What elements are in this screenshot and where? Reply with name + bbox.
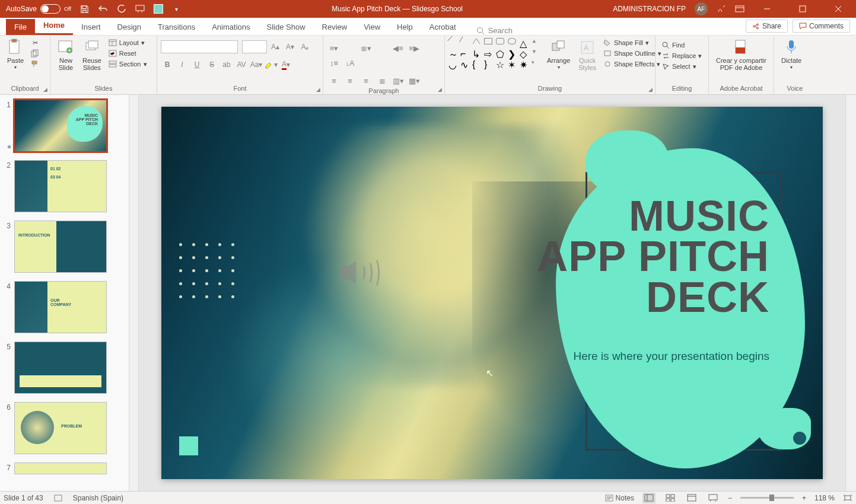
decrease-indent-button[interactable]: ◀≡: [391, 42, 405, 55]
format-painter-button[interactable]: [28, 59, 42, 69]
language-status[interactable]: Spanish (Spain): [73, 494, 123, 502]
find-button[interactable]: Find: [659, 40, 704, 50]
accessibility-icon[interactable]: [54, 494, 62, 502]
tab-view[interactable]: View: [355, 19, 389, 35]
numbering-button[interactable]: ≣▾: [359, 42, 373, 55]
zoom-level[interactable]: 118 %: [814, 494, 835, 502]
slide-thumb-2[interactable]: 01 02 03 04: [14, 160, 107, 212]
char-spacing-button[interactable]: AV: [235, 58, 248, 71]
quick-styles-button[interactable]: AQuick Styles: [575, 38, 600, 72]
paste-button[interactable]: Paste▾: [4, 38, 27, 72]
layout-button[interactable]: Layout ▾: [106, 38, 149, 47]
tab-home[interactable]: Home: [35, 17, 73, 35]
change-case-button[interactable]: Aa▾: [250, 58, 263, 71]
thumbnail-pane[interactable]: 1 ★ MUSICAPP PITCHDECK 2 01 02 03 04 3 I…: [0, 95, 129, 491]
zoom-out-button[interactable]: −: [728, 494, 732, 502]
ribbon-display-icon[interactable]: [735, 4, 744, 14]
audio-speaker-icon[interactable]: [339, 255, 381, 291]
shapes-gallery[interactable]: △ ▲ ～ ⌐ ↳ ⇨ ⬠ ❯ ◇ ▼ ◡ ∿ { } ☆ ✶ ✷ ▾: [448, 38, 542, 69]
shape-fill-button[interactable]: Shape Fill ▾: [601, 38, 664, 47]
tell-me-search[interactable]: Search: [476, 26, 513, 35]
reset-button[interactable]: Reset: [106, 49, 149, 58]
zoom-in-button[interactable]: +: [802, 494, 806, 502]
columns-button[interactable]: ▥▾: [391, 74, 405, 87]
underline-button[interactable]: U: [190, 58, 203, 71]
font-launcher-icon[interactable]: ◢: [314, 86, 322, 93]
paragraph-launcher-icon[interactable]: ◢: [436, 86, 443, 93]
decrease-font-icon[interactable]: A▾: [284, 40, 297, 53]
slide-editor[interactable]: MUSIC APP PITCH DECK Here is where your …: [139, 95, 845, 491]
slide-thumb-4[interactable]: OUR COMPANY: [14, 281, 107, 333]
dictate-button[interactable]: Dictate▾: [778, 38, 805, 72]
drawing-launcher-icon[interactable]: ◢: [647, 86, 654, 93]
font-color-button[interactable]: A▾: [279, 58, 292, 71]
slide-thumb-5[interactable]: [14, 342, 107, 394]
maximize-button[interactable]: [789, 0, 816, 18]
slide-subtitle[interactable]: Here is where your presentation begins: [573, 350, 769, 363]
slide-canvas[interactable]: MUSIC APP PITCH DECK Here is where your …: [161, 107, 823, 479]
align-left-button[interactable]: ≡: [327, 74, 341, 87]
minimize-button[interactable]: [753, 0, 780, 18]
gallery-more-icon[interactable]: ▾: [532, 59, 542, 69]
slide-title[interactable]: MUSIC APP PITCH DECK: [537, 196, 769, 317]
reuse-slides-button[interactable]: Reuse Slides: [79, 38, 105, 72]
bullets-button[interactable]: ≡▾: [327, 42, 341, 55]
slide-counter[interactable]: Slide 1 of 43: [4, 494, 43, 502]
shape-effects-button[interactable]: Shape Effects ▾: [601, 59, 664, 69]
highlight-button[interactable]: ▾: [265, 58, 278, 71]
new-slide-button[interactable]: New Slide: [54, 38, 78, 72]
align-center-button[interactable]: ≡: [343, 74, 357, 87]
reading-view-button[interactable]: [685, 493, 698, 503]
clear-format-icon[interactable]: Aᵩ: [298, 40, 311, 53]
text-direction-button[interactable]: ↓A: [343, 56, 357, 69]
increase-indent-button[interactable]: ≡▶: [407, 42, 421, 55]
arrange-button[interactable]: Arrange▾: [543, 38, 574, 72]
notes-button[interactable]: Notes: [605, 494, 634, 502]
tab-transitions[interactable]: Transitions: [149, 19, 203, 35]
tab-review[interactable]: Review: [314, 19, 356, 35]
increase-font-icon[interactable]: A▴: [269, 40, 282, 53]
zoom-slider[interactable]: [740, 497, 794, 499]
slide-thumb-1[interactable]: ★ MUSICAPP PITCHDECK: [14, 100, 107, 152]
user-avatar[interactable]: AF: [695, 2, 708, 15]
section-button[interactable]: Section ▾: [106, 59, 149, 69]
sorter-view-button[interactable]: [664, 493, 677, 503]
share-button[interactable]: Share: [746, 20, 788, 33]
fit-to-window-button[interactable]: [843, 494, 852, 502]
autosave-toggle[interactable]: AutoSave Off: [6, 4, 71, 14]
tab-slideshow[interactable]: Slide Show: [258, 19, 313, 35]
comments-button[interactable]: Comments: [793, 20, 850, 33]
redo-icon[interactable]: [117, 4, 126, 14]
close-button[interactable]: [825, 0, 851, 18]
slideshow-view-button[interactable]: [707, 493, 720, 503]
slideshow-start-icon[interactable]: [135, 4, 145, 14]
copy-button[interactable]: [28, 49, 42, 58]
shadow-button[interactable]: ab: [220, 58, 233, 71]
gallery-up-icon[interactable]: ▲: [532, 38, 542, 47]
smartart-button[interactable]: ▦▾: [407, 74, 421, 87]
slide-thumb-6[interactable]: PROBLEM: [14, 402, 107, 454]
undo-icon[interactable]: [98, 4, 108, 14]
tab-file[interactable]: File: [6, 19, 35, 35]
save-icon[interactable]: [80, 4, 90, 14]
line-spacing-button[interactable]: ↕≡: [327, 56, 341, 69]
shape-outline-button[interactable]: Shape Outline ▾: [601, 49, 664, 58]
thumb-scrollbar[interactable]: [129, 95, 139, 491]
color-swatch-icon[interactable]: [154, 4, 163, 14]
justify-button[interactable]: ≣: [375, 74, 389, 87]
select-button[interactable]: Select ▾: [659, 62, 704, 71]
italic-button[interactable]: I: [176, 58, 189, 71]
tab-animations[interactable]: Animations: [203, 19, 258, 35]
tab-design[interactable]: Design: [109, 19, 149, 35]
tab-insert[interactable]: Insert: [73, 19, 109, 35]
normal-view-button[interactable]: [642, 493, 655, 503]
tab-acrobat[interactable]: Acrobat: [421, 19, 464, 35]
vertical-scrollbar[interactable]: [845, 95, 856, 491]
replace-button[interactable]: Replace ▾: [659, 51, 704, 60]
align-right-button[interactable]: ≡: [359, 74, 373, 87]
clipboard-launcher-icon[interactable]: ◢: [42, 86, 49, 93]
slide-thumb-3[interactable]: INTRODUCTION: [14, 221, 107, 273]
coming-soon-icon[interactable]: [717, 4, 726, 14]
font-size-combo[interactable]: [242, 40, 267, 53]
cut-button[interactable]: ✂: [28, 38, 42, 47]
